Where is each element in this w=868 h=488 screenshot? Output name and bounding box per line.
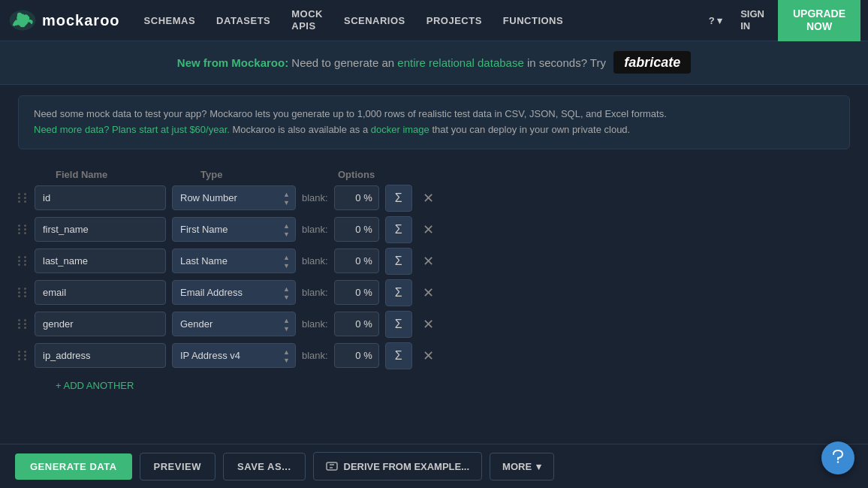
logo-text: mockaroo bbox=[42, 12, 120, 29]
nav-mock-apis[interactable]: MOCKAPIS bbox=[282, 4, 332, 36]
help-bubble-button[interactable] bbox=[821, 441, 854, 474]
nav-projects[interactable]: PROJECTS bbox=[417, 11, 491, 31]
fabricate-badge[interactable]: fabricate bbox=[613, 51, 691, 74]
derive-label: DERIVE FROM EXAMPLE... bbox=[344, 461, 470, 472]
logo[interactable]: mockaroo bbox=[8, 9, 120, 32]
bottom-toolbar: GENERATE DATA PREVIEW SAVE AS... DERIVE … bbox=[0, 444, 868, 488]
delete-row-button[interactable]: ✕ bbox=[418, 188, 439, 209]
info-main-text: Need some mock data to test your app? Mo… bbox=[34, 108, 667, 119]
derive-icon bbox=[326, 460, 338, 472]
announcement-text1: Need to generate an bbox=[291, 56, 397, 69]
delete-row-button[interactable]: ✕ bbox=[418, 251, 439, 272]
cloud-text: that you can deploy in your own private … bbox=[432, 124, 630, 135]
schema-header: Field Name Type Options bbox=[18, 164, 850, 185]
more-chevron-icon: ▾ bbox=[536, 461, 541, 472]
drag-handle[interactable] bbox=[18, 288, 29, 297]
svg-point-1 bbox=[17, 13, 22, 17]
new-from-text: New from Mockaroo: bbox=[177, 56, 288, 69]
formula-button[interactable]: Σ bbox=[385, 248, 412, 275]
field-name-input[interactable] bbox=[35, 280, 166, 305]
type-select[interactable]: Gender bbox=[172, 312, 296, 336]
delete-row-button[interactable]: ✕ bbox=[418, 219, 439, 240]
type-select[interactable]: First Name bbox=[172, 217, 296, 242]
schema-rows: Row Number ▲ ▼ blank: Σ ✕ First Name ▲ ▼… bbox=[18, 185, 850, 369]
help-bubble-icon bbox=[830, 448, 846, 468]
drag-handle[interactable] bbox=[18, 351, 29, 360]
drag-handle[interactable] bbox=[18, 319, 29, 329]
formula-button[interactable]: Σ bbox=[385, 185, 412, 212]
help-link[interactable]: ? ▾ bbox=[701, 11, 731, 31]
formula-button[interactable]: Σ bbox=[385, 216, 412, 243]
type-select-wrapper: Row Number ▲ ▼ bbox=[172, 185, 296, 210]
type-select[interactable]: IP Address v4 bbox=[172, 343, 296, 368]
blank-input[interactable] bbox=[334, 312, 379, 336]
nav-schemas[interactable]: SCHEMAS bbox=[135, 11, 205, 31]
field-name-input[interactable] bbox=[35, 343, 166, 368]
add-another-label: + ADD ANOTHER bbox=[56, 380, 134, 391]
announcement-banner: New from Mockaroo: Need to generate an e… bbox=[0, 41, 868, 85]
docker-link[interactable]: docker image bbox=[371, 124, 429, 135]
blank-label: blank: bbox=[302, 318, 328, 330]
header-field-name: Field Name bbox=[56, 169, 194, 180]
blank-input[interactable] bbox=[334, 249, 379, 273]
field-name-input[interactable] bbox=[35, 249, 166, 273]
formula-button[interactable]: Σ bbox=[385, 342, 412, 369]
navbar: mockaroo SCHEMAS DATASETS MOCKAPIS SCENA… bbox=[0, 0, 868, 41]
type-select[interactable]: Email Address bbox=[172, 280, 296, 305]
field-name-input[interactable] bbox=[35, 217, 166, 242]
derive-button[interactable]: DERIVE FROM EXAMPLE... bbox=[313, 452, 483, 480]
blank-input[interactable] bbox=[334, 217, 379, 242]
more-label: MORE bbox=[502, 461, 532, 472]
field-name-input[interactable] bbox=[35, 312, 166, 336]
type-select-wrapper: Last Name ▲ ▼ bbox=[172, 249, 296, 273]
more-button[interactable]: MORE ▾ bbox=[490, 453, 554, 480]
kangaroo-icon bbox=[8, 9, 38, 32]
svg-point-5 bbox=[837, 461, 839, 462]
delete-row-button[interactable]: ✕ bbox=[418, 314, 439, 335]
delete-row-button[interactable]: ✕ bbox=[418, 282, 439, 303]
plans-link[interactable]: Need more data? Plans start at just $60/… bbox=[34, 124, 230, 135]
also-text: Mockaroo is also available as a bbox=[233, 124, 371, 135]
table-row: Gender ▲ ▼ blank: Σ ✕ bbox=[18, 311, 850, 338]
signin-link[interactable]: SIGNIN bbox=[730, 4, 775, 36]
formula-button[interactable]: Σ bbox=[385, 279, 412, 306]
announcement-text2: in seconds? Try bbox=[527, 56, 609, 69]
preview-button[interactable]: PREVIEW bbox=[140, 453, 215, 480]
blank-input[interactable] bbox=[334, 185, 379, 210]
blank-label: blank: bbox=[302, 224, 328, 235]
blank-input[interactable] bbox=[334, 343, 379, 368]
nav-functions[interactable]: FUNCTIONS bbox=[494, 11, 572, 31]
type-select-wrapper: Gender ▲ ▼ bbox=[172, 312, 296, 336]
schema-area: Field Name Type Options Row Number ▲ ▼ b… bbox=[0, 157, 868, 391]
nav-scenarios[interactable]: SCENARIOS bbox=[335, 11, 414, 31]
header-options: Options bbox=[338, 169, 375, 180]
info-box: Need some mock data to test your app? Mo… bbox=[18, 95, 850, 149]
type-select-wrapper: Email Address ▲ ▼ bbox=[172, 280, 296, 305]
field-name-input[interactable] bbox=[35, 185, 166, 210]
blank-label: blank: bbox=[302, 350, 328, 361]
svg-rect-2 bbox=[327, 462, 337, 470]
drag-handle[interactable] bbox=[18, 193, 29, 203]
drag-handle[interactable] bbox=[18, 256, 29, 266]
save-as-button[interactable]: SAVE AS... bbox=[223, 453, 305, 480]
blank-input[interactable] bbox=[334, 280, 379, 305]
type-select-wrapper: First Name ▲ ▼ bbox=[172, 217, 296, 242]
blank-label: blank: bbox=[302, 287, 328, 298]
type-select-wrapper: IP Address v4 ▲ ▼ bbox=[172, 343, 296, 368]
header-type: Type bbox=[200, 169, 332, 180]
upgrade-button[interactable]: UPGRADENOW bbox=[778, 0, 860, 41]
type-select[interactable]: Row Number bbox=[172, 185, 296, 210]
table-row: Last Name ▲ ▼ blank: Σ ✕ bbox=[18, 248, 850, 275]
nav-datasets[interactable]: DATASETS bbox=[207, 11, 279, 31]
add-another-button[interactable]: + ADD ANOTHER bbox=[18, 374, 850, 391]
generate-data-button[interactable]: GENERATE DATA bbox=[15, 453, 132, 480]
nav-links: SCHEMAS DATASETS MOCKAPIS SCENARIOS PROJ… bbox=[135, 4, 701, 36]
table-row: Row Number ▲ ▼ blank: Σ ✕ bbox=[18, 185, 850, 212]
formula-button[interactable]: Σ bbox=[385, 311, 412, 338]
table-row: Email Address ▲ ▼ blank: Σ ✕ bbox=[18, 279, 850, 306]
delete-row-button[interactable]: ✕ bbox=[418, 345, 439, 366]
table-row: First Name ▲ ▼ blank: Σ ✕ bbox=[18, 216, 850, 243]
type-select[interactable]: Last Name bbox=[172, 249, 296, 273]
drag-handle[interactable] bbox=[18, 224, 29, 234]
relational-db-link[interactable]: entire relational database bbox=[397, 56, 523, 69]
